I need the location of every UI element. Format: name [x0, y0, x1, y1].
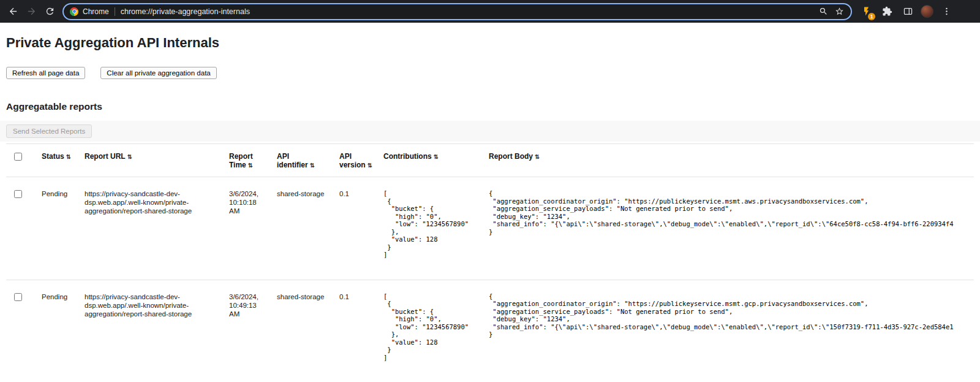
- bookmark-star-icon[interactable]: [831, 4, 847, 20]
- profile-avatar[interactable]: [921, 5, 933, 18]
- cell-api-version: 0.1: [333, 280, 377, 382]
- cell-report-url: https://privacy-sandcastle-dev-dsp.web.a…: [78, 177, 223, 280]
- cell-contributions: [ { "bucket": { "high": "0", "low": "123…: [377, 280, 483, 382]
- cell-api-version: 0.1: [333, 177, 377, 280]
- sort-icon: ⇅: [127, 153, 132, 160]
- cell-status: Pending: [36, 280, 78, 382]
- column-label: Report Body: [489, 152, 533, 161]
- report-row: Pending https://privacy-sandcastle-dev-d…: [6, 177, 974, 280]
- toolbar-actions: 1: [858, 4, 976, 20]
- row-checkbox[interactable]: [14, 190, 22, 198]
- sort-icon: ⇅: [368, 162, 372, 169]
- extension-icon[interactable]: 1: [858, 4, 874, 20]
- menu-kebab-icon[interactable]: [938, 4, 954, 20]
- zoom-icon[interactable]: [815, 4, 831, 20]
- page-title: Private Aggregation API Internals: [6, 35, 974, 51]
- cell-report-body: { "aggregation_coordinator_origin": "htt…: [483, 280, 974, 382]
- url-text: chrome://private-aggregation-internals: [121, 7, 815, 16]
- sort-icon: ⇅: [434, 153, 439, 160]
- cell-report-body: { "aggregation_coordinator_origin": "htt…: [483, 177, 974, 280]
- column-label: Status: [42, 152, 64, 161]
- cell-contributions: [ { "bucket": { "high": "0", "low": "123…: [377, 177, 483, 280]
- table-header-row: Status⇅ Report URL⇅ Report Time⇅ API ide…: [6, 144, 974, 177]
- column-label: API identifier: [277, 152, 308, 169]
- select-all-checkbox[interactable]: [14, 153, 22, 161]
- reports-table: Status⇅ Report URL⇅ Report Time⇅ API ide…: [6, 143, 974, 382]
- column-header-report-time[interactable]: Report Time⇅: [223, 144, 271, 177]
- chrome-logo-icon: [70, 7, 78, 16]
- site-chip-label: Chrome: [83, 7, 109, 16]
- row-select-cell: [6, 177, 36, 280]
- side-panel-icon[interactable]: [900, 4, 916, 20]
- column-header-report-body[interactable]: Report Body⇅: [483, 144, 974, 177]
- sort-icon: ⇅: [310, 162, 315, 169]
- reports-toolbar: Send Selected Reports: [0, 121, 980, 142]
- chip-divider: [115, 7, 115, 16]
- refresh-icon[interactable]: [40, 2, 59, 21]
- column-header-api-version[interactable]: API version⇅: [333, 144, 377, 177]
- column-label: Report URL: [85, 152, 126, 161]
- column-header-contributions[interactable]: Contributions⇅: [377, 144, 483, 177]
- page-content: Private Aggregation API Internals Refres…: [0, 35, 980, 382]
- cell-report-time: 3/6/2024, 10:10:18 AM: [223, 177, 271, 280]
- row-select-cell: [6, 280, 36, 382]
- sort-icon: ⇅: [248, 162, 253, 169]
- section-title: Aggregatable reports: [6, 101, 974, 112]
- address-bar[interactable]: Chrome chrome://private-aggregation-inte…: [62, 3, 852, 20]
- cell-api-identifier: shared-storage: [271, 177, 333, 280]
- cell-status: Pending: [36, 177, 78, 280]
- report-row: Pending https://privacy-sandcastle-dev-d…: [6, 280, 974, 382]
- refresh-all-button[interactable]: Refresh all page data: [6, 67, 85, 79]
- column-header-report-url[interactable]: Report URL⇅: [78, 144, 223, 177]
- forward-icon[interactable]: [22, 2, 40, 21]
- column-label: API version: [339, 152, 366, 169]
- back-icon[interactable]: [4, 2, 22, 21]
- sort-icon: ⇅: [66, 153, 71, 160]
- column-label: Contributions: [383, 152, 432, 161]
- row-checkbox[interactable]: [14, 293, 22, 301]
- cell-report-time: 3/6/2024, 10:49:13 AM: [223, 280, 271, 382]
- page-actions: Refresh all page data Clear all private …: [6, 67, 974, 79]
- browser-toolbar: Chrome chrome://private-aggregation-inte…: [0, 0, 980, 23]
- send-selected-reports-button[interactable]: Send Selected Reports: [6, 124, 92, 138]
- select-all-cell: [6, 144, 36, 177]
- cell-report-url: https://privacy-sandcastle-dev-dsp.web.a…: [78, 280, 223, 382]
- column-header-status[interactable]: Status⇅: [36, 144, 78, 177]
- extension-badge: 1: [868, 13, 875, 20]
- sort-icon: ⇅: [535, 153, 540, 160]
- column-header-api-identifier[interactable]: API identifier⇅: [271, 144, 333, 177]
- clear-all-button[interactable]: Clear all private aggregation data: [100, 67, 216, 79]
- extensions-puzzle-icon[interactable]: [879, 4, 895, 20]
- cell-api-identifier: shared-storage: [271, 280, 333, 382]
